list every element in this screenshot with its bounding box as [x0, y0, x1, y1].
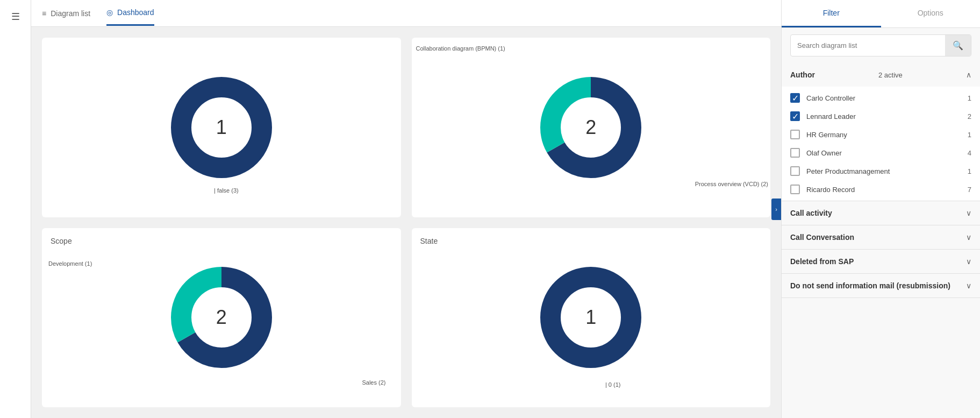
collapse-panel-button[interactable]: ›	[771, 199, 781, 220]
chart4-center-value: 1	[585, 306, 596, 329]
filter-item-hr[interactable]: HR Germany 1	[782, 125, 980, 144]
chart-card-3: Scope 2 Development (1) Sales (2)	[42, 228, 401, 408]
checkbox-olaf[interactable]	[790, 148, 800, 158]
donut-chart-3: 2	[168, 264, 275, 371]
count-peter: 1	[968, 167, 971, 175]
deleted-sap-chevron-icon: ∨	[966, 257, 971, 266]
author-section-badge: 2 active	[878, 71, 903, 79]
count-ricardo: 7	[968, 186, 971, 194]
filter-item-carlo[interactable]: ✓ Carlo Controller 1	[782, 89, 980, 107]
nav-diagram-list-label: Diagram list	[51, 9, 90, 18]
tab-options[interactable]: Options	[881, 0, 981, 27]
label-olaf: Olaf Owner	[806, 149, 961, 157]
chart4-label: State	[420, 237, 438, 245]
checkbox-peter[interactable]	[790, 166, 800, 176]
chart1-annotation-1: | false (3)	[214, 187, 239, 194]
dashboard: 1 | false (3) 2	[31, 27, 781, 418]
chart2-annotation-collab: Collaboration diagram (BPMN) (1)	[416, 45, 505, 52]
no-mail-title: Do not send information mail (resubmissi…	[790, 281, 950, 290]
page-container: ☰ ≡ Diagram list ◎ Dashboard	[0, 0, 980, 418]
count-olaf: 4	[968, 149, 971, 157]
label-lennard: Lennard Leader	[806, 112, 961, 121]
nav-diagram-list[interactable]: ≡ Diagram list	[42, 2, 90, 25]
search-button[interactable]: 🔍	[945, 35, 971, 56]
filter-section-call-activity: Call activity ∨	[782, 201, 980, 225]
dashboard-icon: ◎	[106, 8, 113, 17]
call-conversation-chevron-icon: ∨	[966, 233, 971, 242]
call-activity-chevron-icon: ∨	[966, 209, 971, 217]
chart1-center-value: 1	[216, 116, 227, 139]
chart3-label: Scope	[51, 237, 72, 245]
filter-item-ricardo[interactable]: Ricardo Record 7	[782, 180, 980, 199]
label-ricardo: Ricardo Record	[806, 186, 961, 194]
main-content: ≡ Diagram list ◎ Dashboard 1	[31, 0, 781, 418]
count-lennard: 2	[968, 112, 971, 121]
call-conversation-title: Call Conversation	[790, 233, 854, 242]
donut-chart-2: 2	[537, 74, 645, 181]
checkbox-lennard[interactable]: ✓	[790, 111, 800, 121]
call-activity-title: Call activity	[790, 209, 832, 217]
deleted-sap-title: Deleted from SAP	[790, 257, 854, 266]
search-box: 🔍	[790, 34, 971, 56]
call-conversation-header[interactable]: Call Conversation ∨	[782, 225, 980, 249]
left-sidebar: ☰	[0, 0, 31, 418]
call-activity-header[interactable]: Call activity ∨	[782, 201, 980, 225]
filter-section-no-mail: Do not send information mail (resubmissi…	[782, 274, 980, 298]
chart2-center-value: 2	[585, 116, 596, 139]
author-chevron-icon: ∧	[966, 70, 971, 79]
label-peter: Peter Productmanagement	[806, 167, 961, 175]
label-hr: HR Germany	[806, 131, 961, 139]
no-mail-header[interactable]: Do not send information mail (resubmissi…	[782, 274, 980, 297]
sidebar-toggle-icon[interactable]: ☰	[11, 11, 20, 23]
filter-item-lennard[interactable]: ✓ Lennard Leader 2	[782, 107, 980, 125]
count-carlo: 1	[968, 94, 971, 102]
filter-section-author: Author 2 active ∧ ✓ Carlo Controller 1 ✓…	[782, 63, 980, 201]
donut-chart-1: 1	[168, 74, 275, 181]
checkbox-hr[interactable]	[790, 130, 800, 139]
chart-card-4: State 1 | 0 (1)	[412, 228, 771, 408]
count-hr: 1	[968, 131, 971, 139]
author-section-title: Author	[790, 70, 815, 79]
nav-dashboard-label: Dashboard	[117, 8, 154, 17]
filter-item-peter[interactable]: Peter Productmanagement 1	[782, 162, 980, 180]
diagram-list-icon: ≡	[42, 9, 46, 18]
tab-filter[interactable]: Filter	[782, 0, 881, 27]
author-section-body: ✓ Carlo Controller 1 ✓ Lennard Leader 2 …	[782, 87, 980, 201]
donut-chart-4: 1	[537, 264, 645, 371]
label-carlo: Carlo Controller	[806, 94, 961, 102]
checkbox-ricardo[interactable]	[790, 185, 800, 194]
filter-item-olaf[interactable]: Olaf Owner 4	[782, 144, 980, 162]
chart-card-1: 1 | false (3)	[42, 38, 401, 217]
search-icon: 🔍	[953, 41, 963, 50]
right-collapse-btn-wrapper: ›	[771, 199, 781, 220]
top-nav: ≡ Diagram list ◎ Dashboard	[31, 0, 781, 27]
filter-section-call-conversation: Call Conversation ∨	[782, 225, 980, 250]
author-section-header[interactable]: Author 2 active ∧	[782, 63, 980, 87]
nav-dashboard[interactable]: ◎ Dashboard	[106, 1, 154, 26]
no-mail-chevron-icon: ∨	[966, 281, 971, 290]
filter-section-deleted-sap: Deleted from SAP ∨	[782, 250, 980, 274]
checkbox-carlo[interactable]: ✓	[790, 93, 800, 103]
chart3-center-value: 2	[216, 306, 227, 329]
chart3-annotation-dev: Development (1)	[48, 260, 92, 267]
deleted-sap-header[interactable]: Deleted from SAP ∨	[782, 250, 980, 273]
chart4-annotation-0: | 0 (1)	[605, 381, 621, 388]
filter-panel: Filter Options 🔍 Author 2 active ∧ ✓	[781, 0, 980, 418]
search-input[interactable]	[791, 36, 945, 55]
filter-tabs: Filter Options	[782, 0, 980, 28]
chart2-annotation-process: Process overview (VCD) (2)	[695, 181, 768, 187]
chart3-annotation-sales: Sales (2)	[362, 379, 385, 386]
chart-card-2: 2 Collaboration diagram (BPMN) (1) Proce…	[412, 38, 771, 217]
